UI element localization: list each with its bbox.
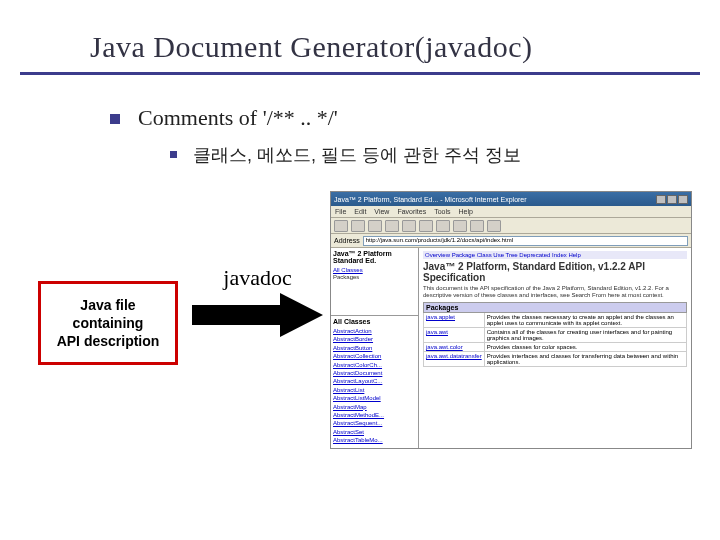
class-link[interactable]: AbstractLayoutC... — [333, 377, 416, 385]
sub-bullet-icon — [170, 151, 177, 158]
javadoc-main-frame: Overview Package Class Use Tree Deprecat… — [419, 248, 691, 448]
bullet-text: Comments of '/** .. */' — [138, 105, 338, 131]
bullet-level-1: Comments of '/** .. */' — [110, 105, 700, 131]
api-spec-desc: This document is the API specification o… — [423, 285, 687, 299]
package-name[interactable]: java.awt — [424, 328, 485, 343]
javadoc-classes-frame: All Classes AbstractActionAbstractBorder… — [331, 316, 418, 448]
package-row: java.awt.colorProvides classes for color… — [424, 343, 687, 352]
close-icon[interactable] — [678, 195, 688, 204]
maximize-icon[interactable] — [667, 195, 677, 204]
java-file-box: Java file containing API description — [38, 281, 178, 365]
refresh-icon[interactable] — [385, 220, 399, 232]
package-row: java.awtContains all of the classes for … — [424, 328, 687, 343]
package-name[interactable]: java.applet — [424, 313, 485, 328]
browser-menubar: File Edit View Favorites Tools Help — [331, 206, 691, 218]
package-name[interactable]: java.awt.color — [424, 343, 485, 352]
class-list: AbstractActionAbstractBorderAbstractButt… — [333, 327, 416, 444]
address-input[interactable]: http://java.sun.com/products/jdk/1.2/doc… — [363, 236, 688, 246]
class-link[interactable]: AbstractList — [333, 386, 416, 394]
back-icon[interactable] — [334, 220, 348, 232]
menu-edit[interactable]: Edit — [354, 208, 366, 215]
packages-table: Packages java.appletProvides the classes… — [423, 302, 687, 367]
menu-help[interactable]: Help — [459, 208, 473, 215]
arrow-group: javadoc — [190, 265, 325, 339]
favorites-icon[interactable] — [436, 220, 450, 232]
class-link[interactable]: AbstractMap — [333, 403, 416, 411]
mail-icon[interactable] — [470, 220, 484, 232]
slide-title: Java Document Generator(javadoc) — [90, 30, 700, 64]
class-link[interactable]: AbstractBorder — [333, 335, 416, 343]
all-classes-link[interactable]: All Classes — [333, 266, 416, 274]
forward-icon[interactable] — [351, 220, 365, 232]
browser-window: Java™ 2 Platform, Standard Ed... - Micro… — [330, 191, 692, 449]
package-row: java.awt.datatransferProvides interfaces… — [424, 352, 687, 367]
address-label: Address — [334, 237, 360, 244]
browser-toolbar — [331, 218, 691, 234]
browser-titlebar: Java™ 2 Platform, Standard Ed... - Micro… — [331, 192, 691, 206]
diagram: Java file containing API description jav… — [20, 191, 700, 471]
menu-file[interactable]: File — [335, 208, 346, 215]
class-link[interactable]: AbstractDocument — [333, 369, 416, 377]
class-link[interactable]: AbstractAction — [333, 327, 416, 335]
red-box-line1: Java file — [80, 296, 135, 314]
packages-label: Packages — [333, 274, 416, 280]
package-name[interactable]: java.awt.datatransfer — [424, 352, 485, 367]
javadoc-frameset: Java™ 2 Platform Standard Ed. All Classe… — [331, 248, 691, 448]
menu-tools[interactable]: Tools — [434, 208, 450, 215]
package-desc: Provides interfaces and classes for tran… — [484, 352, 686, 367]
address-bar: Address http://java.sun.com/products/jdk… — [331, 234, 691, 248]
packages-header: Packages — [424, 303, 687, 313]
javadoc-nav[interactable]: Overview Package Class Use Tree Deprecat… — [423, 251, 687, 259]
platform-heading: Java™ 2 Platform Standard Ed. — [333, 250, 416, 264]
class-link[interactable]: AbstractButton — [333, 344, 416, 352]
title-underline — [20, 72, 700, 75]
class-link[interactable]: AbstractTableMo... — [333, 436, 416, 444]
package-row: java.appletProvides the classes necessar… — [424, 313, 687, 328]
history-icon[interactable] — [453, 220, 467, 232]
package-desc: Provides classes for color spaces. — [484, 343, 686, 352]
stop-icon[interactable] — [368, 220, 382, 232]
class-link[interactable]: AbstractColorCh... — [333, 361, 416, 369]
red-box-line2: containing — [73, 314, 144, 332]
class-link[interactable]: AbstractListModel — [333, 394, 416, 402]
class-link[interactable]: AbstractMethodE... — [333, 411, 416, 419]
search-icon[interactable] — [419, 220, 433, 232]
class-link[interactable]: AbstractSequent... — [333, 419, 416, 427]
class-link[interactable]: AbstractCollection — [333, 352, 416, 360]
package-desc: Contains all of the classes for creating… — [484, 328, 686, 343]
window-title: Java™ 2 Platform, Standard Ed... - Micro… — [334, 196, 527, 203]
minimize-icon[interactable] — [656, 195, 666, 204]
class-link[interactable]: AbstractSet — [333, 428, 416, 436]
print-icon[interactable] — [487, 220, 501, 232]
arrow-label: javadoc — [190, 265, 325, 291]
home-icon[interactable] — [402, 220, 416, 232]
svg-marker-0 — [192, 293, 323, 337]
red-box-line3: API description — [57, 332, 160, 350]
menu-favorites[interactable]: Favorites — [397, 208, 426, 215]
bullet-icon — [110, 114, 120, 124]
javadoc-left-pane: Java™ 2 Platform Standard Ed. All Classe… — [331, 248, 419, 448]
sub-bullet-text: 클래스, 메쏘드, 필드 등에 관한 주석 정보 — [193, 143, 521, 167]
javadoc-packages-frame: Java™ 2 Platform Standard Ed. All Classe… — [331, 248, 418, 316]
menu-view[interactable]: View — [374, 208, 389, 215]
arrow-icon — [190, 291, 325, 339]
all-classes-heading: All Classes — [333, 318, 416, 325]
package-desc: Provides the classes necessary to create… — [484, 313, 686, 328]
api-spec-title: Java™ 2 Platform, Standard Edition, v1.2… — [423, 261, 687, 283]
bullet-level-2: 클래스, 메쏘드, 필드 등에 관한 주석 정보 — [170, 143, 700, 167]
